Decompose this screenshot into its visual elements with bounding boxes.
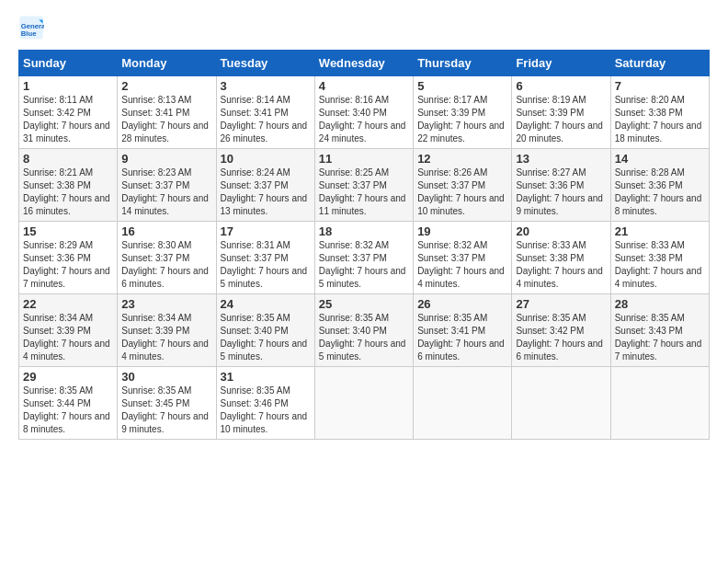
day-info: Sunrise: 8:34 AMSunset: 3:39 PMDaylight:…: [23, 313, 110, 362]
day-info: Sunrise: 8:35 AMSunset: 3:44 PMDaylight:…: [23, 385, 110, 434]
calendar-week-row: 8 Sunrise: 8:21 AMSunset: 3:38 PMDayligh…: [19, 149, 710, 222]
weekday-header: Friday: [512, 51, 610, 76]
day-number: 26: [417, 297, 507, 311]
calendar-week-row: 15 Sunrise: 8:29 AMSunset: 3:36 PMDaylig…: [19, 222, 710, 294]
calendar-cell: 15 Sunrise: 8:29 AMSunset: 3:36 PMDaylig…: [19, 222, 118, 294]
day-info: Sunrise: 8:20 AMSunset: 3:38 PMDaylight:…: [615, 95, 702, 144]
calendar-week-row: 22 Sunrise: 8:34 AMSunset: 3:39 PMDaylig…: [19, 294, 710, 367]
day-info: Sunrise: 8:21 AMSunset: 3:38 PMDaylight:…: [23, 167, 110, 216]
day-info: Sunrise: 8:32 AMSunset: 3:37 PMDaylight:…: [319, 240, 406, 289]
day-number: 4: [319, 79, 409, 93]
day-number: 5: [417, 79, 507, 93]
day-info: Sunrise: 8:31 AMSunset: 3:37 PMDaylight:…: [221, 240, 308, 289]
day-info: Sunrise: 8:27 AMSunset: 3:36 PMDaylight:…: [516, 167, 603, 216]
weekday-header: Sunday: [19, 51, 118, 76]
day-info: Sunrise: 8:16 AMSunset: 3:40 PMDaylight:…: [319, 95, 406, 144]
day-number: 19: [417, 224, 507, 238]
calendar-cell: 4 Sunrise: 8:16 AMSunset: 3:40 PMDayligh…: [314, 76, 413, 149]
calendar-table: SundayMondayTuesdayWednesdayThursdayFrid…: [18, 50, 710, 440]
calendar-cell: 23 Sunrise: 8:34 AMSunset: 3:39 PMDaylig…: [118, 294, 216, 367]
calendar-week-row: 29 Sunrise: 8:35 AMSunset: 3:44 PMDaylig…: [19, 367, 710, 440]
day-number: 28: [615, 297, 705, 311]
calendar-cell: 3 Sunrise: 8:14 AMSunset: 3:41 PMDayligh…: [216, 76, 314, 149]
calendar-cell: 18 Sunrise: 8:32 AMSunset: 3:37 PMDaylig…: [314, 222, 413, 294]
calendar-cell: 21 Sunrise: 8:33 AMSunset: 3:38 PMDaylig…: [610, 222, 709, 294]
day-number: 20: [516, 224, 606, 238]
page-container: General Blue SundayMondayTuesdayWednesda…: [0, 0, 728, 449]
calendar-cell: 1 Sunrise: 8:11 AMSunset: 3:42 PMDayligh…: [19, 76, 118, 149]
calendar-week-row: 1 Sunrise: 8:11 AMSunset: 3:42 PMDayligh…: [19, 76, 710, 149]
calendar-cell: 14 Sunrise: 8:28 AMSunset: 3:36 PMDaylig…: [610, 149, 709, 222]
day-number: 18: [319, 224, 409, 238]
day-info: Sunrise: 8:35 AMSunset: 3:46 PMDaylight:…: [221, 385, 308, 434]
calendar-cell: 10 Sunrise: 8:24 AMSunset: 3:37 PMDaylig…: [216, 149, 314, 222]
calendar-cell: 19 Sunrise: 8:32 AMSunset: 3:37 PMDaylig…: [414, 222, 512, 294]
day-number: 3: [221, 79, 311, 93]
weekday-header: Tuesday: [216, 51, 314, 76]
day-number: 25: [319, 297, 409, 311]
day-info: Sunrise: 8:26 AMSunset: 3:37 PMDaylight:…: [417, 167, 505, 216]
day-number: 21: [615, 224, 705, 238]
day-number: 16: [121, 224, 211, 238]
day-number: 22: [23, 297, 113, 311]
day-number: 9: [121, 152, 211, 166]
day-number: 12: [417, 152, 507, 166]
day-info: Sunrise: 8:35 AMSunset: 3:40 PMDaylight:…: [221, 313, 308, 362]
day-info: Sunrise: 8:25 AMSunset: 3:37 PMDaylight:…: [319, 167, 406, 216]
calendar-cell: 22 Sunrise: 8:34 AMSunset: 3:39 PMDaylig…: [19, 294, 118, 367]
day-number: 31: [221, 370, 311, 384]
calendar-cell: 13 Sunrise: 8:27 AMSunset: 3:36 PMDaylig…: [512, 149, 610, 222]
calendar-cell: 30 Sunrise: 8:35 AMSunset: 3:45 PMDaylig…: [118, 367, 216, 440]
calendar-cell: 8 Sunrise: 8:21 AMSunset: 3:38 PMDayligh…: [19, 149, 118, 222]
svg-text:Blue: Blue: [21, 29, 37, 38]
day-info: Sunrise: 8:13 AMSunset: 3:41 PMDaylight:…: [121, 95, 209, 144]
day-number: 13: [516, 152, 606, 166]
day-info: Sunrise: 8:33 AMSunset: 3:38 PMDaylight:…: [516, 240, 603, 289]
calendar-cell: [610, 367, 709, 440]
day-info: Sunrise: 8:11 AMSunset: 3:42 PMDaylight:…: [23, 95, 110, 144]
day-number: 8: [23, 152, 113, 166]
day-number: 27: [516, 297, 606, 311]
day-info: Sunrise: 8:35 AMSunset: 3:40 PMDaylight:…: [319, 313, 406, 362]
calendar-cell: 25 Sunrise: 8:35 AMSunset: 3:40 PMDaylig…: [314, 294, 413, 367]
day-info: Sunrise: 8:34 AMSunset: 3:39 PMDaylight:…: [121, 313, 209, 362]
day-number: 29: [23, 370, 113, 384]
calendar-cell: 6 Sunrise: 8:19 AMSunset: 3:39 PMDayligh…: [512, 76, 610, 149]
weekday-header: Wednesday: [314, 51, 413, 76]
day-number: 14: [615, 152, 705, 166]
day-number: 23: [121, 297, 211, 311]
day-info: Sunrise: 8:33 AMSunset: 3:38 PMDaylight:…: [615, 240, 702, 289]
calendar-cell: [414, 367, 512, 440]
calendar-cell: 28 Sunrise: 8:35 AMSunset: 3:43 PMDaylig…: [610, 294, 709, 367]
calendar-cell: 27 Sunrise: 8:35 AMSunset: 3:42 PMDaylig…: [512, 294, 610, 367]
day-number: 30: [121, 370, 211, 384]
logo: General Blue: [18, 15, 48, 40]
day-number: 7: [615, 79, 705, 93]
day-info: Sunrise: 8:35 AMSunset: 3:41 PMDaylight:…: [417, 313, 505, 362]
calendar-cell: 29 Sunrise: 8:35 AMSunset: 3:44 PMDaylig…: [19, 367, 118, 440]
day-info: Sunrise: 8:17 AMSunset: 3:39 PMDaylight:…: [417, 95, 505, 144]
calendar-cell: 5 Sunrise: 8:17 AMSunset: 3:39 PMDayligh…: [414, 76, 512, 149]
day-info: Sunrise: 8:35 AMSunset: 3:42 PMDaylight:…: [516, 313, 603, 362]
calendar-cell: [314, 367, 413, 440]
calendar-cell: 11 Sunrise: 8:25 AMSunset: 3:37 PMDaylig…: [314, 149, 413, 222]
weekday-header: Thursday: [414, 51, 512, 76]
day-number: 6: [516, 79, 606, 93]
day-number: 17: [221, 224, 311, 238]
calendar-cell: 2 Sunrise: 8:13 AMSunset: 3:41 PMDayligh…: [118, 76, 216, 149]
day-number: 15: [23, 224, 113, 238]
day-number: 24: [221, 297, 311, 311]
calendar-cell: 24 Sunrise: 8:35 AMSunset: 3:40 PMDaylig…: [216, 294, 314, 367]
calendar-cell: 17 Sunrise: 8:31 AMSunset: 3:37 PMDaylig…: [216, 222, 314, 294]
weekday-header: Monday: [118, 51, 216, 76]
calendar-cell: [512, 367, 610, 440]
day-info: Sunrise: 8:30 AMSunset: 3:37 PMDaylight:…: [121, 240, 209, 289]
day-number: 11: [319, 152, 409, 166]
calendar-cell: 26 Sunrise: 8:35 AMSunset: 3:41 PMDaylig…: [414, 294, 512, 367]
day-info: Sunrise: 8:29 AMSunset: 3:36 PMDaylight:…: [23, 240, 110, 289]
day-info: Sunrise: 8:28 AMSunset: 3:36 PMDaylight:…: [615, 167, 702, 216]
calendar-cell: 16 Sunrise: 8:30 AMSunset: 3:37 PMDaylig…: [118, 222, 216, 294]
calendar-cell: 31 Sunrise: 8:35 AMSunset: 3:46 PMDaylig…: [216, 367, 314, 440]
day-number: 10: [221, 152, 311, 166]
day-info: Sunrise: 8:24 AMSunset: 3:37 PMDaylight:…: [221, 167, 308, 216]
